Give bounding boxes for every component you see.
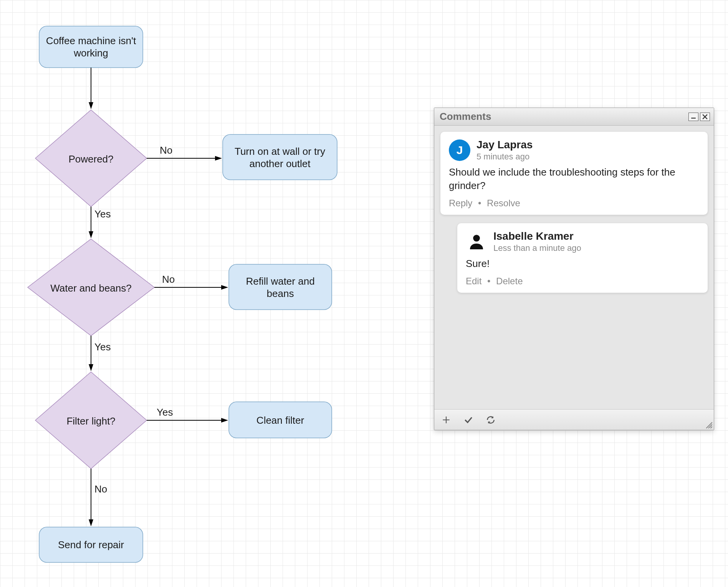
resolve-all-button[interactable]	[463, 414, 474, 426]
comment-actions: Reply • Resolve	[449, 198, 699, 209]
svg-text:working: working	[73, 47, 108, 59]
comment-author: Isabelle Kramer	[493, 230, 581, 242]
comment-text: Sure!	[466, 257, 699, 270]
avatar: J	[449, 139, 470, 161]
minimize-button[interactable]	[688, 113, 698, 121]
node-water[interactable]: Water and beans?	[28, 239, 154, 336]
refresh-button[interactable]	[485, 414, 496, 426]
node-clean-text: Clean filter	[256, 415, 304, 426]
label-water-no: No	[162, 274, 175, 285]
comment-time: 5 minutes ago	[477, 152, 533, 162]
refresh-icon	[486, 415, 496, 425]
comment-author: Jay Lapras	[477, 139, 533, 151]
comments-titlebar[interactable]: Comments	[434, 108, 714, 126]
comment-time: Less than a minute ago	[493, 243, 581, 253]
check-icon	[463, 415, 473, 425]
resize-grip[interactable]	[705, 421, 713, 429]
comment-card[interactable]: J Jay Lapras 5 minutes ago Should we inc…	[440, 132, 708, 215]
svg-text:another outlet: another outlet	[249, 158, 311, 169]
edit-link[interactable]: Edit	[466, 276, 481, 286]
comment-actions: Edit • Delete	[466, 276, 699, 287]
node-repair-text: Send for repair	[58, 539, 124, 551]
comment-card[interactable]: Isabelle Kramer Less than a minute ago S…	[457, 223, 708, 293]
node-filter[interactable]: Filter light?	[35, 372, 147, 469]
node-clean[interactable]: Clean filter	[229, 402, 332, 438]
node-repair[interactable]: Send for repair	[39, 527, 143, 562]
node-filter-text: Filter light?	[66, 415, 115, 427]
node-powered-text: Powered?	[68, 153, 113, 165]
comments-panel[interactable]: Comments J Jay Lapras 5 minutes ago Shou…	[434, 108, 714, 430]
resolve-link[interactable]: Resolve	[487, 198, 520, 208]
svg-rect-9	[229, 264, 332, 310]
label-filter-yes: Yes	[157, 406, 173, 418]
person-icon	[467, 232, 486, 251]
svg-rect-6	[223, 134, 337, 180]
node-refill[interactable]: Refill water and beans	[229, 264, 332, 310]
label-filter-no: No	[94, 483, 107, 495]
comment-text: Should we include the troubleshooting st…	[449, 166, 699, 192]
svg-rect-13	[691, 118, 696, 118]
reply-link[interactable]: Reply	[449, 198, 472, 208]
node-outlet[interactable]: Turn on at wall or try another outlet	[223, 134, 337, 180]
node-start-text-line1: Coffee machine isn't	[46, 35, 136, 46]
svg-point-14	[473, 235, 480, 242]
label-powered-no: No	[160, 144, 172, 156]
svg-text:Refill water and: Refill water and	[246, 275, 314, 287]
avatar	[466, 231, 487, 252]
comments-title: Comments	[440, 111, 688, 123]
svg-text:beans: beans	[267, 288, 294, 299]
node-water-text: Water and beans?	[50, 282, 132, 294]
comments-body[interactable]: J Jay Lapras 5 minutes ago Should we inc…	[434, 126, 714, 409]
add-comment-button[interactable]	[440, 414, 452, 426]
comments-footer	[434, 409, 714, 430]
plus-icon	[441, 415, 451, 425]
svg-text:Turn on at wall or try: Turn on at wall or try	[235, 146, 325, 157]
node-start[interactable]: Coffee machine isn't working	[39, 26, 143, 68]
label-powered-yes: Yes	[94, 208, 111, 220]
resize-grip-icon	[705, 421, 713, 429]
close-button[interactable]	[700, 113, 710, 121]
delete-link[interactable]: Delete	[496, 276, 523, 286]
label-water-yes: Yes	[94, 341, 111, 353]
node-powered[interactable]: Powered?	[35, 110, 147, 207]
